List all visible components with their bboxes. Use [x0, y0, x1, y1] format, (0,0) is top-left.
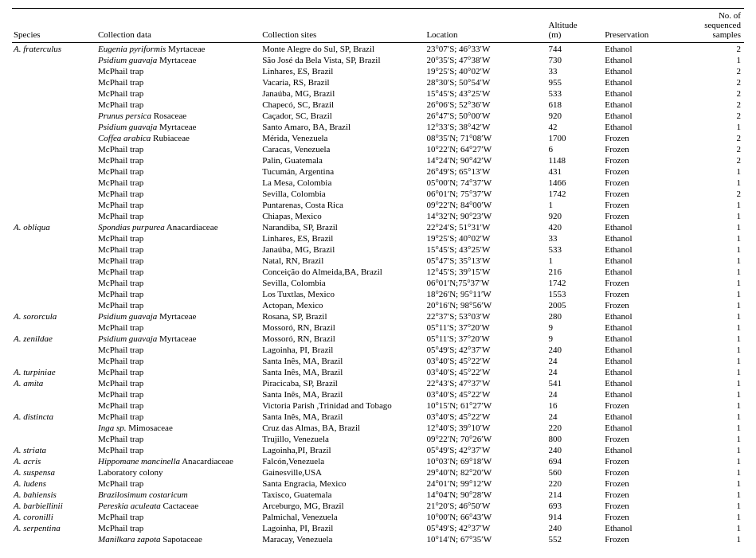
cell-site: Tucumán, Argentina: [260, 166, 425, 177]
cell-altitude: 914: [547, 511, 604, 522]
cell-site: Victoria Parish ,Trinidad and Tobago: [260, 400, 425, 411]
cell-samples: 1: [678, 500, 744, 511]
cell-location: 10°22′N; 64°27′W: [425, 143, 546, 154]
table-row: A. sororculaPsidium guavaja MyrtaceaeRos…: [12, 310, 744, 322]
cell-species: A. suspensa: [12, 466, 96, 478]
cell-location: 22°24′S; 51°31′W: [425, 221, 546, 232]
cell-altitude: 33: [547, 232, 604, 244]
cell-species: A. ludens: [12, 478, 96, 489]
cell-species: A. zenildae: [12, 333, 96, 344]
cell-species: [12, 166, 96, 177]
cell-altitude: 431: [547, 166, 604, 177]
cell-preservation: Ethanol: [603, 411, 678, 422]
cell-location: 05°49′S; 42°37′W: [425, 344, 546, 355]
cell-preservation: Ethanol: [603, 221, 678, 232]
cell-collection: Manilkara zapota Sapotaceae: [96, 533, 260, 544]
cell-species: [12, 266, 96, 277]
table-row: A. fraterculusEugenia pyriformis Myrtace…: [12, 43, 744, 55]
cell-preservation: Ethanol: [603, 355, 678, 366]
cell-location: 21°20′S; 46°50′W: [425, 500, 546, 511]
cell-location: 14°32′N; 90°23′W: [425, 210, 546, 221]
header-location: Location: [425, 9, 546, 43]
cell-location: 19°25′S; 40°02′W: [425, 232, 546, 244]
cell-preservation: Ethanol: [603, 88, 678, 99]
cell-site: Gainesville,USA: [260, 466, 425, 478]
cell-location: 14°24′N; 90°42′W: [425, 154, 546, 166]
cell-species: [12, 154, 96, 166]
table-row: A. amitaMcPhail trapPiracicaba, SP, Braz…: [12, 377, 744, 388]
cell-collection: Brazilosimum costaricum: [96, 489, 260, 500]
cell-location: 05°00′N; 74°37′W: [425, 177, 546, 188]
table-row: A. barbielliniiPereskia aculeata Cactace…: [12, 500, 744, 511]
cell-altitude: 220: [547, 422, 604, 433]
cell-collection: McPhail trap: [96, 88, 260, 99]
cell-altitude: 1553: [547, 288, 604, 299]
cell-samples: 2: [678, 188, 744, 199]
cell-altitude: 618: [547, 99, 604, 110]
cell-collection: McPhail trap: [96, 76, 260, 88]
cell-species: A. coronilli: [12, 511, 96, 522]
cell-location: 12°45′S; 39°15′W: [425, 266, 546, 277]
cell-samples: 1: [678, 221, 744, 232]
table-row: McPhail trapSevilla, Colombia06°01′N; 75…: [12, 188, 744, 199]
cell-species: [12, 65, 96, 76]
table-row: McPhail trapChiapas, Mexico14°32′N; 90°2…: [12, 210, 744, 221]
cell-location: 03°40′S; 45°22′W: [425, 355, 546, 366]
cell-preservation: Ethanol: [603, 76, 678, 88]
cell-samples: 1: [678, 121, 744, 132]
cell-samples: 1: [678, 400, 744, 411]
cell-site: Lagoinha,PI, Brazil: [260, 444, 425, 455]
header-sites: Collection sites: [260, 9, 425, 43]
cell-samples: 1: [678, 166, 744, 177]
cell-samples: 1: [678, 199, 744, 210]
cell-samples: 1: [678, 478, 744, 489]
cell-preservation: Ethanol: [603, 266, 678, 277]
cell-location: 26°06′S; 52°36′W: [425, 99, 546, 110]
cell-site: Los Tuxtlas, Mexico: [260, 288, 425, 299]
cell-samples: 1: [678, 232, 744, 244]
cell-samples: 2: [678, 154, 744, 166]
cell-site: Lagoinha, PI, Brazil: [260, 522, 425, 533]
cell-preservation: Frozen: [603, 288, 678, 299]
cell-location: 22°37′S; 53°03′W: [425, 310, 546, 322]
cell-preservation: Ethanol: [603, 232, 678, 244]
cell-preservation: Frozen: [603, 533, 678, 544]
table-row: McPhail trapCaracas, Venezuela10°22′N; 6…: [12, 143, 744, 154]
cell-location: 15°45′S; 43°25′W: [425, 88, 546, 99]
cell-location: 05°47′S; 35°13′W: [425, 255, 546, 266]
cell-species: A. amita: [12, 377, 96, 388]
cell-samples: 2: [678, 99, 744, 110]
cell-species: [12, 422, 96, 433]
cell-species: [12, 533, 96, 544]
cell-site: Cruz das Almas, BA, Brazil: [260, 422, 425, 433]
cell-samples: 1: [678, 255, 744, 266]
table-body: A. fraterculusEugenia pyriformis Myrtace…: [12, 43, 744, 545]
table-row: McPhail trapTrujillo, Venezuela09°22′N; …: [12, 433, 744, 444]
table-row: McPhail trapJanaúba, MG, Brazil15°45′S; …: [12, 244, 744, 255]
table-row: A. obliquaSpondias purpurea Anacardiacea…: [12, 221, 744, 232]
table-row: McPhail trapTucumán, Argentina26°49′S; 6…: [12, 166, 744, 177]
cell-altitude: 24: [547, 366, 604, 377]
cell-preservation: Ethanol: [603, 388, 678, 400]
cell-samples: 1: [678, 288, 744, 299]
cell-collection: Psidium guavaja Myrtaceae: [96, 121, 260, 132]
cell-collection: McPhail trap: [96, 366, 260, 377]
cell-collection: McPhail trap: [96, 322, 260, 333]
cell-altitude: 24: [547, 388, 604, 400]
table-row: A. turpiniaeMcPhail trapSanta Inês, MA, …: [12, 366, 744, 377]
cell-samples: 1: [678, 366, 744, 377]
cell-samples: 1: [678, 310, 744, 322]
header-altitude: Altitude (m): [547, 9, 604, 43]
cell-site: Trujillo, Venezuela: [260, 433, 425, 444]
cell-location: 10°14′N; 67°35′W: [425, 533, 546, 544]
cell-preservation: Frozen: [603, 210, 678, 221]
cell-altitude: 33: [547, 65, 604, 76]
cell-preservation: Ethanol: [603, 110, 678, 121]
cell-altitude: 1: [547, 199, 604, 210]
cell-collection: McPhail trap: [96, 522, 260, 533]
cell-preservation: Ethanol: [603, 121, 678, 132]
cell-species: [12, 277, 96, 288]
cell-species: [12, 299, 96, 310]
table-row: McPhail trapPuntarenas, Costa Rica09°22′…: [12, 199, 744, 210]
cell-samples: 1: [678, 466, 744, 478]
